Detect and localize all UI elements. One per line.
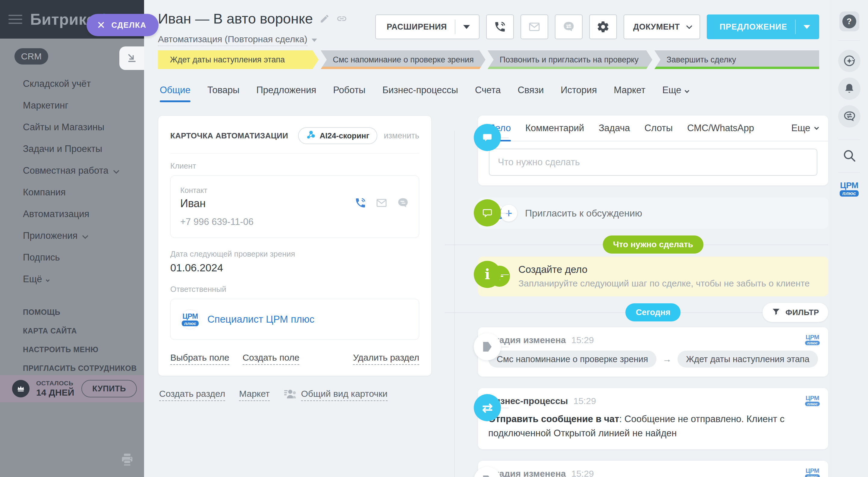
stage-sms-reminder[interactable]: Смс напоминание о проверке зрения <box>321 50 486 69</box>
chevron-down-icon <box>113 168 119 174</box>
copilot-button[interactable] <box>838 50 861 72</box>
tab-invoices[interactable]: Счета <box>475 85 501 96</box>
search-button[interactable] <box>842 148 857 164</box>
edit-title-icon[interactable] <box>319 13 330 24</box>
messenger-button[interactable] <box>838 105 861 127</box>
filter-button[interactable]: ФИЛЬТР <box>763 303 828 322</box>
today-pill[interactable]: Сегодня <box>625 303 681 321</box>
ai-scoring-badge[interactable]: AI24-скоринг <box>298 127 377 144</box>
tab-links[interactable]: Связи <box>518 85 544 96</box>
hamburger-menu-icon[interactable] <box>8 15 22 24</box>
molecule-icon <box>306 130 316 141</box>
sidebar-link-help[interactable]: ПОМОЩЬ <box>0 303 144 321</box>
process-arrows-icon: ⇄ <box>474 394 501 421</box>
page-title[interactable]: Иван — В авто воронке <box>158 10 313 27</box>
stage-close-deal[interactable]: Завершить сделку <box>654 50 819 69</box>
card-view-link[interactable]: Общий вид карточки <box>301 389 388 401</box>
slider-close-button[interactable]: ✕ СДЕЛКА <box>87 14 158 36</box>
sidebar-link-configure-menu[interactable]: НАСТРОИТЬ МЕНЮ <box>0 340 144 359</box>
email-button[interactable] <box>521 14 548 39</box>
tab-general[interactable]: Общие <box>160 85 190 102</box>
responsible-avatar: ЦРМплюс <box>180 309 200 329</box>
tab-history[interactable]: История <box>561 85 597 96</box>
extensions-button[interactable]: РАСШИРЕНИЯ <box>375 14 479 39</box>
sidebar-item-company[interactable]: Компания <box>0 181 144 203</box>
contact-phone[interactable]: +7 996 639-11-06 <box>180 216 409 227</box>
sidebar-item-warehouse[interactable]: Складской учёт <box>0 73 144 95</box>
composer-tab-more[interactable]: Еще <box>792 116 817 141</box>
responsible-card[interactable]: ЦРМплюс Специалист ЦРМ плюс <box>170 299 419 340</box>
help-button[interactable]: ? <box>839 11 859 31</box>
pipeline-selector[interactable]: Автоматизация (Повторная сделка) <box>158 34 307 46</box>
timeline-entry-bizproc[interactable]: ⇄ Бизнес-процессы 15:29 ЦРМплюс Отправит… <box>478 388 828 449</box>
market-link[interactable]: Маркет <box>239 389 270 401</box>
sidebar-item-apps[interactable]: Приложения <box>0 225 144 247</box>
contact-name[interactable]: Иван <box>180 197 354 210</box>
create-activity-hint: i + Создайте дело Запланируйте следующий… <box>478 257 828 296</box>
hint-title[interactable]: Создайте дело <box>518 264 809 275</box>
todo-divider: Что нужно сделать <box>478 236 828 254</box>
create-field-link[interactable]: Создать поле <box>243 353 300 365</box>
stage-waiting-date[interactable]: Ждет даты наступления этапа <box>158 50 318 69</box>
responsible-name-link[interactable]: Специалист ЦРМ плюс <box>207 314 314 325</box>
tab-business-processes[interactable]: Бизнес-процессы <box>382 85 458 96</box>
crm-plus-badge: ЦРМплюс <box>805 467 819 477</box>
sidebar-link-invite-employees[interactable]: ПРИГЛАСИТЬ СОТРУДНИКОВ <box>0 359 144 378</box>
sidebar-footer-links: ПОМОЩЬ КАРТА САЙТА НАСТРОИТЬ МЕНЮ ПРИГЛА… <box>0 303 144 378</box>
composer-tab-slots[interactable]: Слоты <box>644 116 673 141</box>
tab-quotes[interactable]: Предложения <box>256 85 316 96</box>
chevron-down-icon <box>46 278 50 282</box>
invite-to-discussion[interactable]: ЦРМплюс + Пригласить к обсуждению <box>478 198 828 229</box>
sidebar-collapse-button[interactable] <box>119 47 144 70</box>
left-sidebar: Битрикс 24 CRM Складской учёт Маркетинг … <box>0 0 144 477</box>
todo-pill[interactable]: Что нужно сделать <box>603 236 704 254</box>
call-contact-icon[interactable] <box>354 197 367 210</box>
chat-contact-icon[interactable] <box>397 197 409 210</box>
composer-tab-sms[interactable]: СМС/WhatsApp <box>687 116 754 141</box>
stage-call-invite[interactable]: Позвонить и пригласить на проверку <box>488 50 652 69</box>
call-button[interactable] <box>486 14 514 39</box>
timeline-entry-stage-change[interactable]: Стадия изменена 15:29 ЦРМплюс Ждет даты … <box>478 461 828 477</box>
todo-input[interactable] <box>489 149 817 176</box>
buy-button[interactable]: КУПИТЬ <box>82 380 137 397</box>
comment-bubble-icon[interactable] <box>474 124 501 151</box>
hint-subtitle: Запланируйте следующий шаг по сделке, чт… <box>518 278 809 289</box>
close-icon: ✕ <box>97 20 105 30</box>
crm-plus-rail-logo[interactable]: ЦРМплюс <box>840 181 859 197</box>
contact-card[interactable]: Контакт Иван <box>170 176 419 238</box>
sidebar-item-sites[interactable]: Сайты и Магазины <box>0 116 144 138</box>
crm-section-badge[interactable]: CRM <box>14 48 48 64</box>
copy-link-icon[interactable] <box>336 13 347 24</box>
sidebar-item-more[interactable]: Ещё <box>0 268 144 290</box>
deal-main-row: КАРТОЧКА АВТОМАТИЗАЦИИ AI24-скоринг изме… <box>158 116 819 477</box>
sidebar-item-collaboration[interactable]: Совместная работа <box>0 160 144 181</box>
tab-market[interactable]: Маркет <box>614 85 645 96</box>
composer-tab-comment[interactable]: Комментарий <box>525 116 584 141</box>
composer-tab-task[interactable]: Задача <box>598 116 630 141</box>
date-field-value[interactable]: 01.06.2024 <box>170 262 419 274</box>
tab-robots[interactable]: Роботы <box>333 85 365 96</box>
chat-button[interactable] <box>555 14 583 39</box>
sidebar-item-marketing[interactable]: Маркетинг <box>0 95 144 116</box>
printer-icon[interactable] <box>119 452 135 469</box>
edit-card-link[interactable]: изменить <box>384 131 419 141</box>
timeline-entry-stage-change[interactable]: Стадия изменена 15:29 ЦРМплюс Смс напоми… <box>478 327 828 377</box>
automation-card: КАРТОЧКА АВТОМАТИЗАЦИИ AI24-скоринг изме… <box>158 116 432 376</box>
tab-more[interactable]: Еще <box>662 85 687 96</box>
select-field-link[interactable]: Выбрать поле <box>170 353 229 365</box>
collapse-arrow-icon <box>126 52 137 64</box>
email-contact-icon[interactable] <box>375 197 388 210</box>
deal-toolbar: РАСШИРЕНИЯ ДО <box>375 14 819 39</box>
document-button[interactable]: ДОКУМЕНТ <box>624 14 701 39</box>
card-title: КАРТОЧКА АВТОМАТИЗАЦИИ <box>170 131 298 141</box>
sidebar-item-tasks[interactable]: Задачи и Проекты <box>0 138 144 160</box>
offer-button[interactable]: ПРЕДЛОЖЕНИЕ <box>707 14 819 39</box>
settings-gear-button[interactable] <box>589 14 617 39</box>
delete-section-link[interactable]: Удалить раздел <box>353 353 419 365</box>
sidebar-item-sign[interactable]: Подпись <box>0 247 144 268</box>
sidebar-link-sitemap[interactable]: КАРТА САЙТА <box>0 321 144 340</box>
tab-products[interactable]: Товары <box>207 85 240 96</box>
notifications-bell-button[interactable] <box>838 78 861 100</box>
create-section-link[interactable]: Создать раздел <box>159 389 225 401</box>
sidebar-item-automation[interactable]: Автоматизация <box>0 203 144 225</box>
